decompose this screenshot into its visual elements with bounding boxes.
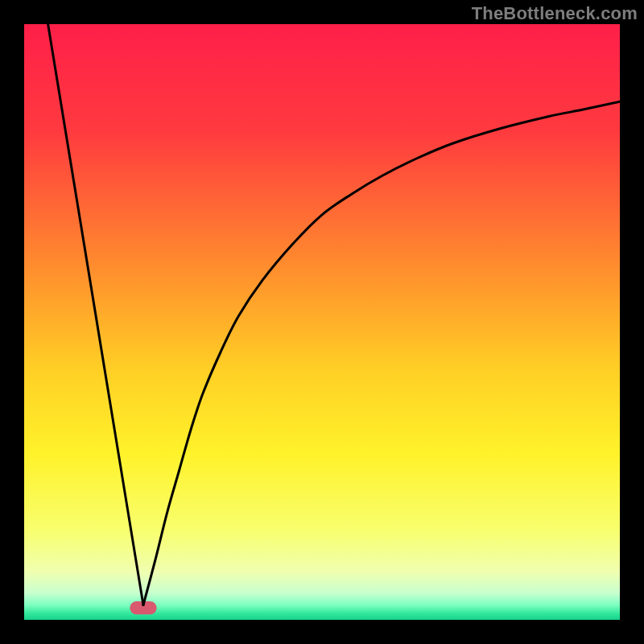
plot-area [24,24,620,620]
svg-rect-0 [24,24,620,620]
watermark: TheBottleneck.com [472,3,638,24]
chart-svg [24,24,620,620]
chart-frame: TheBottleneck.com [0,0,644,644]
